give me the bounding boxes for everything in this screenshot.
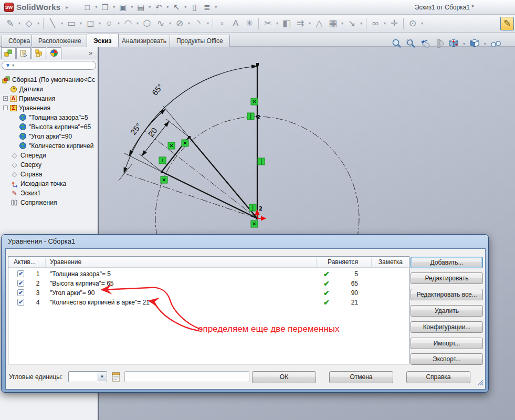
- displaymanager-tab-icon[interactable]: [47, 47, 61, 59]
- options-list-icon[interactable]: ≣: [201, 2, 213, 13]
- tree-item-front-plane[interactable]: ◇ Спереди: [0, 151, 99, 160]
- convert-entities-icon[interactable]: ▫: [215, 17, 229, 30]
- combo-caret-icon[interactable]: ▼: [98, 372, 106, 381]
- tree-item-sensors[interactable]: Датчики: [0, 85, 99, 93]
- constraint-vertical-icon[interactable]: │ 2: [249, 204, 262, 212]
- comment-input[interactable]: [124, 371, 249, 382]
- tree-item-right-plane[interactable]: ◇ Справа: [0, 170, 99, 178]
- edit-all-button[interactable]: Редактировать все...: [411, 289, 483, 300]
- open-icon[interactable]: ❒: [99, 2, 111, 13]
- constraint-vertical-icon[interactable]: │ 2: [247, 113, 260, 120]
- resize-grip[interactable]: [477, 379, 484, 388]
- tree-root-assembly[interactable]: Сборка1 (По умолчанию<Сс: [0, 75, 99, 84]
- quick-snaps-icon[interactable]: ⊙: [406, 17, 419, 30]
- circle-icon[interactable]: ○: [102, 17, 116, 30]
- constraint-coincident-icon[interactable]: ✕: [182, 140, 188, 146]
- polygon-icon[interactable]: ⬡: [140, 17, 154, 30]
- collapse-minus-icon[interactable]: −: [3, 106, 8, 110]
- menu-expand-icon[interactable]: ▸: [66, 4, 68, 10]
- constraint-parallel-icon[interactable]: │: [258, 158, 265, 165]
- constraint-coincident-icon[interactable]: ✕: [251, 98, 258, 105]
- offset-entities-icon[interactable]: ⇉: [293, 17, 307, 30]
- dropdown-caret[interactable]: ▾: [186, 21, 192, 26]
- dropdown-caret[interactable]: ▾: [111, 5, 117, 9]
- tree-item-sketch1[interactable]: ✎ Эскиз1: [0, 188, 99, 197]
- tree-item-variable[interactable]: "Толщина зазора"=5: [0, 113, 99, 122]
- line-icon[interactable]: ╲: [46, 17, 59, 30]
- active-checkbox[interactable]: ✔: [17, 299, 24, 306]
- configurationmanager-tab-icon[interactable]: [31, 47, 46, 59]
- tree-item-variable[interactable]: "Угол арки"=90: [0, 132, 99, 141]
- dropdown-caret[interactable]: ▾: [213, 5, 218, 9]
- cancel-button[interactable]: Отмена: [329, 371, 393, 383]
- tree-item-top-plane[interactable]: ◇ Сверху: [0, 160, 99, 169]
- dropdown-caret[interactable]: ▾: [129, 5, 134, 9]
- dropdown-caret[interactable]: ▾: [147, 5, 152, 9]
- tree-filter[interactable]: ▼ ▾: [2, 61, 96, 70]
- tree-item-mates[interactable]: Сопряжения: [0, 198, 99, 207]
- ellipse-icon[interactable]: ⊘: [173, 17, 186, 30]
- dimension-arc-65[interactable]: [124, 66, 257, 173]
- dropdown-caret[interactable]: ▾: [78, 21, 83, 26]
- surface-entities-icon[interactable]: ◧: [280, 17, 293, 30]
- hide-show-items-icon[interactable]: [489, 37, 502, 50]
- move-entities-icon[interactable]: ↘: [345, 17, 359, 30]
- active-sketch-icon[interactable]: ✎: [500, 17, 514, 30]
- dropdown-caret[interactable]: ▾: [307, 21, 312, 26]
- delete-button[interactable]: Удалить: [411, 305, 483, 317]
- dropdown-caret[interactable]: ▾: [419, 21, 425, 26]
- propertymanager-tab-icon[interactable]: [16, 47, 31, 59]
- add-relation-icon[interactable]: ✛: [387, 17, 401, 30]
- equation-row[interactable]: ✔ 3 "Угол арки"= 90 ✔ 90: [8, 289, 409, 298]
- dropdown-caret[interactable]: ▾: [116, 21, 121, 26]
- mirror-entities-icon[interactable]: △: [312, 17, 326, 30]
- notepad-icon[interactable]: [112, 371, 121, 384]
- fillet-icon[interactable]: ◝: [192, 17, 205, 30]
- linear-pattern-icon[interactable]: ▦: [326, 17, 340, 30]
- add-button[interactable]: Добавить...: [411, 257, 483, 268]
- ok-button[interactable]: ОК: [252, 371, 316, 383]
- tab-sketch[interactable]: Эскиз: [87, 34, 119, 47]
- equation-row[interactable]: ✔ 2 "Высота кирпича"= 65 ✔ 65: [8, 279, 409, 288]
- dropdown-caret[interactable]: ▾: [36, 21, 41, 26]
- dimension-line-20[interactable]: [142, 121, 169, 156]
- print-icon[interactable]: ▤: [134, 2, 147, 13]
- dim-text-65[interactable]: 65°: [150, 82, 165, 97]
- dropdown-caret[interactable]: ▾: [183, 5, 188, 9]
- col-header-equation[interactable]: Уравнение: [50, 258, 81, 266]
- arc-icon[interactable]: ◠: [121, 17, 135, 30]
- constraint-perpendicular-icon[interactable]: ⊥: [159, 157, 166, 164]
- centerline[interactable]: [124, 173, 257, 218]
- dropdown-caret[interactable]: ▾: [275, 21, 280, 26]
- text-icon[interactable]: A: [229, 17, 243, 30]
- dropdown-caret[interactable]: ▾: [359, 21, 364, 26]
- new-document-icon[interactable]: □: [81, 2, 93, 13]
- smart-dimension-icon[interactable]: ◇: [22, 17, 36, 30]
- panel-expand-chevron[interactable]: »: [89, 49, 92, 57]
- zoom-to-fit-icon[interactable]: [391, 37, 403, 50]
- tree-item-variable[interactable]: "Количество кирпичей: [0, 141, 99, 150]
- expand-plus-icon[interactable]: +: [3, 96, 8, 101]
- dropdown-caret[interactable]: ▾: [165, 5, 170, 9]
- dim-text-25[interactable]: 25°: [129, 121, 143, 136]
- import-button[interactable]: Импорт...: [411, 338, 483, 349]
- featuremanager-tab-icon[interactable]: [1, 47, 16, 59]
- dropdown-caret[interactable]: ▾: [461, 41, 467, 46]
- trim-entities-icon[interactable]: ✂: [261, 17, 275, 30]
- constraint-coincident-icon[interactable]: ✕: [251, 220, 258, 227]
- help-button[interactable]: Справка: [406, 371, 470, 383]
- spline-icon[interactable]: ∿: [154, 17, 167, 30]
- section-view-icon[interactable]: [433, 37, 446, 50]
- centerline[interactable]: [145, 131, 257, 218]
- dropdown-caret[interactable]: ▾: [59, 21, 65, 26]
- dropdown-caret[interactable]: ▾: [382, 21, 387, 26]
- point-icon[interactable]: ✳: [243, 17, 256, 30]
- tree-item-origin[interactable]: Исходная точка: [0, 179, 99, 188]
- tree-item-variable[interactable]: "Высота кирпича"=65: [0, 122, 99, 131]
- tab-evaluate[interactable]: Анализировать: [115, 35, 173, 47]
- sketch-vertices[interactable]: [161, 63, 259, 219]
- toggle-bar-icon[interactable]: ▯: [188, 2, 201, 13]
- active-checkbox[interactable]: ✔: [17, 280, 24, 287]
- view-orientation-icon[interactable]: [447, 37, 460, 50]
- active-checkbox[interactable]: ✔: [17, 289, 24, 296]
